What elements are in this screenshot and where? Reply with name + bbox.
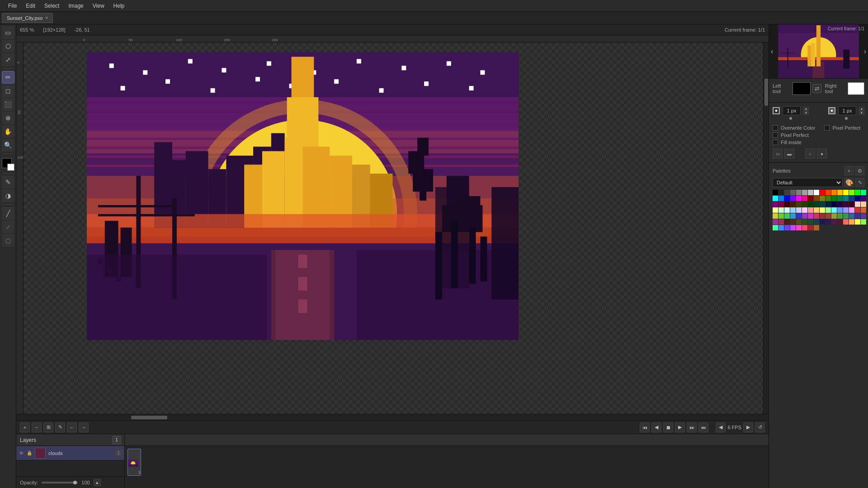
swap-colors-btn[interactable]: ⇄ — [812, 84, 821, 93]
palette-color-13[interactable] — [849, 190, 854, 195]
play-btn[interactable]: ▶ — [675, 422, 685, 432]
palette-color-67[interactable] — [790, 213, 796, 219]
next-frame-btn2[interactable]: ⏭ — [687, 422, 697, 432]
palette-color-21[interactable] — [802, 196, 807, 201]
palette-color-10[interactable] — [831, 190, 837, 195]
palette-color-1[interactable] — [778, 190, 784, 195]
fill-inside-checkbox[interactable] — [773, 140, 778, 145]
palette-color-9[interactable] — [826, 190, 831, 195]
palette-color-34[interactable] — [784, 202, 790, 207]
palette-color-37[interactable] — [802, 202, 807, 207]
hand-tool-btn[interactable]: ✋ — [2, 125, 14, 138]
file-tab[interactable]: Sunset_City.pxo × — [2, 13, 53, 23]
palette-color-81[interactable] — [778, 219, 784, 225]
palette-color-19[interactable] — [790, 196, 796, 201]
menu-file[interactable]: File — [4, 2, 21, 10]
palette-color-27[interactable] — [837, 196, 843, 201]
left-size-up-btn[interactable]: ▲ — [803, 107, 809, 111]
right-size-up-btn[interactable]: ▲ — [859, 107, 864, 111]
menu-view[interactable]: View — [88, 2, 109, 10]
palette-color-58[interactable] — [831, 207, 837, 213]
palette-color-48[interactable] — [773, 207, 778, 213]
palette-color-7[interactable] — [814, 190, 819, 195]
palette-color-101[interactable] — [802, 225, 807, 230]
palette-color-73[interactable] — [826, 213, 831, 219]
palette-color-3[interactable] — [790, 190, 796, 195]
fps-prev-btn[interactable]: ◀ — [716, 422, 726, 432]
preview-prev-btn[interactable]: ‹ — [771, 47, 773, 56]
palette-color-36[interactable] — [796, 202, 802, 207]
palette-color-40[interactable] — [820, 202, 825, 207]
palette-color-24[interactable] — [820, 196, 825, 201]
palette-color-31[interactable] — [861, 196, 866, 201]
palette-color-102[interactable] — [808, 225, 813, 230]
tab-close-btn[interactable]: × — [45, 15, 48, 20]
palette-color-47[interactable] — [861, 202, 866, 207]
prev-frame-btn[interactable]: ◀ — [651, 422, 661, 432]
palette-name-select[interactable]: Default — [773, 178, 843, 187]
palette-color-56[interactable] — [820, 207, 825, 213]
ellipse-fill-btn[interactable]: ● — [817, 149, 827, 159]
palette-color-64[interactable] — [773, 213, 778, 219]
canvas-display[interactable] — [24, 42, 763, 414]
lasso-tool-btn[interactable]: ⬡ — [2, 40, 14, 52]
palette-edit-btn[interactable]: ✎ — [855, 178, 864, 187]
menu-help[interactable]: Help — [109, 2, 129, 10]
eraser-tool-btn[interactable]: ◻ — [2, 84, 14, 97]
palette-color-85[interactable] — [802, 219, 807, 225]
palette-color-45[interactable] — [849, 202, 854, 207]
palette-color-86[interactable] — [808, 219, 813, 225]
palette-color-71[interactable] — [814, 213, 819, 219]
palette-color-83[interactable] — [790, 219, 796, 225]
palette-color-76[interactable] — [843, 213, 849, 219]
frame-1[interactable]: 1 — [127, 449, 141, 476]
palette-color-pick-btn[interactable]: 🎨 — [844, 178, 854, 187]
palette-color-6[interactable] — [808, 190, 813, 195]
line-tool-btn[interactable]: ╱ — [2, 207, 14, 220]
palette-color-33[interactable] — [778, 202, 784, 207]
palette-color-87[interactable] — [814, 219, 819, 225]
eyedropper-tool-btn[interactable]: ⊕ — [2, 112, 14, 124]
palette-color-26[interactable] — [831, 196, 837, 201]
palette-color-94[interactable] — [855, 219, 860, 225]
rect-outline-btn[interactable]: ▭ — [773, 149, 783, 159]
palette-color-63[interactable] — [861, 207, 866, 213]
palette-color-88[interactable] — [820, 219, 825, 225]
right-size-down-btn[interactable]: ▼ — [859, 111, 864, 115]
horizontal-scrollbar[interactable] — [16, 414, 769, 420]
preview-next-btn[interactable]: › — [864, 47, 866, 56]
palette-color-82[interactable] — [784, 219, 790, 225]
h-scroll-thumb[interactable] — [131, 416, 167, 419]
layer-visibility-btn[interactable]: 👁 — [19, 450, 24, 456]
palette-color-69[interactable] — [802, 213, 807, 219]
palette-color-68[interactable] — [796, 213, 802, 219]
palette-color-96[interactable] — [773, 225, 778, 230]
palette-color-97[interactable] — [778, 225, 784, 230]
palette-color-70[interactable] — [808, 213, 813, 219]
marquee-tool-btn[interactable]: ▭ — [2, 26, 14, 39]
palette-color-51[interactable] — [790, 207, 796, 213]
palette-color-72[interactable] — [820, 213, 825, 219]
palette-color-42[interactable] — [831, 202, 837, 207]
palette-color-54[interactable] — [808, 207, 813, 213]
palette-color-39[interactable] — [814, 202, 819, 207]
palette-color-52[interactable] — [796, 207, 802, 213]
palette-color-80[interactable] — [773, 219, 778, 225]
palette-color-60[interactable] — [843, 207, 849, 213]
palette-color-17[interactable] — [778, 196, 784, 201]
menu-edit[interactable]: Edit — [21, 2, 40, 10]
palette-color-53[interactable] — [802, 207, 807, 213]
first-frame-btn[interactable]: ⏮ — [640, 422, 650, 432]
palette-color-79[interactable] — [861, 213, 866, 219]
layer-item[interactable]: 👁 🔒 clouds 1 — [16, 446, 124, 460]
palette-color-77[interactable] — [849, 213, 854, 219]
palette-color-2[interactable] — [784, 190, 790, 195]
ellipse-outline-btn[interactable]: ○ — [805, 149, 815, 159]
overwrite-color-checkbox[interactable] — [773, 125, 778, 131]
palette-color-14[interactable] — [855, 190, 860, 195]
palette-color-38[interactable] — [808, 202, 813, 207]
palette-color-62[interactable] — [855, 207, 860, 213]
palette-color-4[interactable] — [796, 190, 802, 195]
palette-color-74[interactable] — [831, 213, 837, 219]
frame-grid-btn[interactable]: ⊞ — [43, 422, 53, 432]
